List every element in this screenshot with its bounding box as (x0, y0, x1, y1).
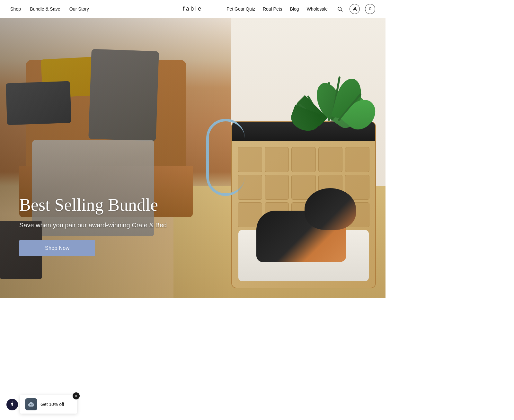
leaf-1 (328, 82, 330, 121)
nav-item-pet-gear-quiz[interactable]: Pet Gear Quiz (226, 6, 255, 12)
hero-content: Best Selling Bundle Save when you pair o… (19, 196, 167, 256)
nav-left: Shop Bundle & Save Our Story (10, 6, 89, 12)
cart-button[interactable]: 0 (365, 4, 375, 14)
cart-count: 0 (369, 6, 371, 11)
shop-now-button[interactable]: Shop Now (19, 240, 95, 256)
hero-title: Best Selling Bundle (19, 196, 167, 214)
nav-item-real-pets[interactable]: Real Pets (263, 6, 282, 12)
search-button[interactable] (335, 4, 344, 13)
nav-item-blog[interactable]: Blog (290, 6, 299, 12)
site-logo[interactable]: fable (183, 5, 203, 12)
svg-point-2 (354, 7, 356, 9)
svg-line-1 (341, 10, 342, 11)
nav-item-shop[interactable]: Shop (10, 6, 21, 12)
nav-item-bundle-save[interactable]: Bundle & Save (30, 6, 60, 12)
hero-section: Best Selling Bundle Save when you pair o… (0, 18, 386, 298)
account-button[interactable] (350, 4, 360, 14)
hero-subtitle: Save when you pair our award-winning Cra… (19, 220, 167, 230)
plant-decoration (302, 18, 373, 121)
nav-right: Pet Gear Quiz Real Pets Blog Wholesale 0 (226, 4, 375, 14)
nav-item-our-story[interactable]: Our Story (69, 6, 89, 12)
nav-item-wholesale[interactable]: Wholesale (307, 6, 328, 12)
site-header: Shop Bundle & Save Our Story fable Pet G… (0, 0, 386, 18)
header-icon-group: 0 (335, 4, 375, 14)
